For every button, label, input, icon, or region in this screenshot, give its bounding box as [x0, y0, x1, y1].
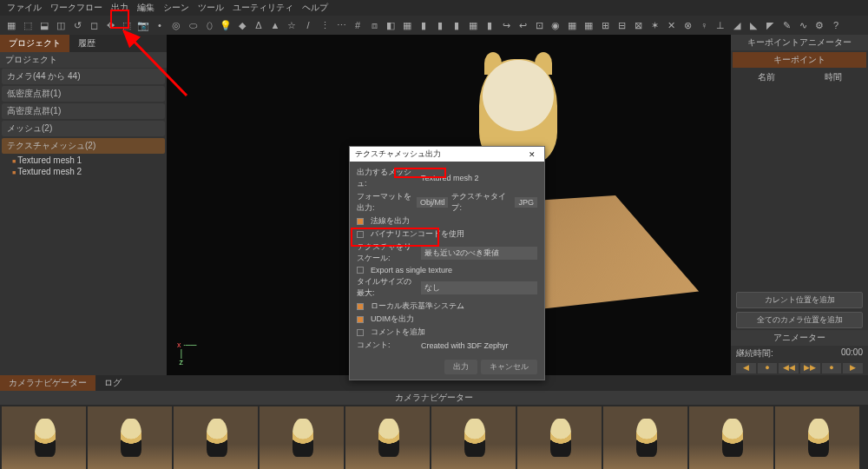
- dialog-titlebar[interactable]: テクスチャメッシュ出力 ✕: [350, 147, 544, 162]
- toolbar-button-27[interactable]: ▮: [449, 17, 464, 33]
- cancel-button[interactable]: キャンセル: [481, 360, 537, 374]
- toolbar-button-18[interactable]: /: [300, 17, 316, 33]
- toolbar-button-15[interactable]: Δ: [251, 17, 266, 33]
- toolbar-button-45[interactable]: ◣: [746, 17, 761, 33]
- toolbar-button-11[interactable]: ⬭: [185, 17, 201, 33]
- toolbar-button-12[interactable]: ⬯: [201, 17, 217, 33]
- local-crs-checkbox[interactable]: [357, 303, 364, 310]
- camera-thumbnail[interactable]: [689, 406, 773, 469]
- toolbar-button-44[interactable]: ◢: [729, 17, 745, 33]
- tab-log[interactable]: ログ: [95, 375, 130, 391]
- toolbar-button-19[interactable]: ⋮: [317, 17, 332, 33]
- toolbar-button-41[interactable]: ⊗: [680, 17, 695, 33]
- toolbar-button-0[interactable]: ▦: [3, 17, 19, 33]
- toolbar-button-49[interactable]: ⚙: [812, 17, 827, 33]
- menu-item[interactable]: ファイル: [7, 2, 42, 14]
- toolbar-button-36[interactable]: ⊞: [597, 17, 613, 33]
- toolbar-button-30[interactable]: ↪: [498, 17, 514, 33]
- toolbar-button-4[interactable]: ↺: [69, 17, 85, 33]
- format-select[interactable]: Obj/Mtl: [417, 197, 449, 208]
- toolbar-button-26[interactable]: ▮: [432, 17, 448, 33]
- anim-ctrl-2[interactable]: ◀◀: [779, 363, 799, 373]
- add-current-pos-button[interactable]: カレント位置を追加: [736, 292, 863, 308]
- close-icon[interactable]: ✕: [525, 150, 539, 159]
- camera-thumbnail[interactable]: [2, 406, 86, 469]
- toolbar-button-46[interactable]: ◤: [762, 17, 778, 33]
- tree-mesh[interactable]: メッシュ(2): [2, 121, 165, 136]
- tree-sparse[interactable]: 低密度点群(1): [2, 86, 165, 102]
- binary-checkbox[interactable]: [357, 231, 364, 238]
- toolbar-button-37[interactable]: ⊟: [614, 17, 629, 33]
- anim-ctrl-1[interactable]: ●: [758, 363, 778, 373]
- tree-cameras[interactable]: カメラ(44 から 44): [2, 69, 165, 84]
- toolbar-button-9[interactable]: •: [152, 17, 168, 33]
- toolbar-button-8[interactable]: 📷: [135, 17, 151, 33]
- anim-ctrl-3[interactable]: ▶▶: [800, 363, 820, 373]
- toolbar-button-38[interactable]: ⊠: [630, 17, 646, 33]
- menu-item[interactable]: シーン: [163, 2, 189, 14]
- anim-ctrl-0[interactable]: ◀: [736, 363, 756, 373]
- camera-thumbnail[interactable]: [603, 406, 687, 469]
- textype-select[interactable]: JPG: [515, 197, 537, 208]
- toolbar-button-22[interactable]: ⧈: [366, 17, 382, 33]
- comment-checkbox[interactable]: [357, 329, 364, 336]
- toolbar-button-7[interactable]: ⬚: [119, 17, 135, 33]
- camera-thumbnail[interactable]: [431, 406, 516, 469]
- anim-ctrl-4[interactable]: ●: [822, 363, 842, 373]
- menu-item[interactable]: ツール: [198, 2, 224, 14]
- toolbar-button-47[interactable]: ✎: [779, 17, 794, 33]
- toolbar-button-39[interactable]: ✶: [647, 17, 662, 33]
- mesh-value[interactable]: Textured mesh 2: [421, 174, 537, 182]
- toolbar-button-40[interactable]: ✕: [663, 17, 679, 33]
- toolbar-button-50[interactable]: ?: [828, 17, 844, 33]
- toolbar-button-24[interactable]: ▦: [399, 17, 415, 33]
- udim-checkbox[interactable]: [357, 316, 364, 323]
- toolbar-button-1[interactable]: ⬚: [20, 17, 36, 33]
- normals-checkbox[interactable]: [357, 218, 364, 225]
- toolbar-button-28[interactable]: ▦: [465, 17, 481, 33]
- toolbar-button-33[interactable]: ◉: [548, 17, 563, 33]
- camera-thumbnail[interactable]: [775, 406, 859, 469]
- toolbar-button-17[interactable]: ☆: [284, 17, 299, 33]
- tab-project[interactable]: プロジェクト: [0, 35, 69, 52]
- camera-thumbnail[interactable]: [174, 406, 258, 469]
- toolbar-button-20[interactable]: ⋯: [333, 17, 349, 33]
- toolbar-button-10[interactable]: ◎: [168, 17, 184, 33]
- tree-leaf[interactable]: Textured mesh 2: [0, 166, 167, 177]
- anim-ctrl-5[interactable]: ▶: [843, 363, 863, 373]
- toolbar-button-31[interactable]: ↩: [515, 17, 530, 33]
- toolbar-button-16[interactable]: ▲: [267, 17, 283, 33]
- toolbar-button-2[interactable]: ⬓: [36, 17, 52, 33]
- tree-dense[interactable]: 高密度点群(1): [2, 103, 165, 119]
- single-tex-checkbox[interactable]: [357, 267, 364, 274]
- export-button[interactable]: 出力: [444, 360, 477, 374]
- toolbar-button-5[interactable]: ◻: [86, 17, 102, 33]
- toolbar-button-48[interactable]: ∿: [795, 17, 811, 33]
- menu-item[interactable]: 出力: [111, 2, 128, 14]
- toolbar-button-3[interactable]: ◫: [53, 17, 69, 33]
- tree-textured-mesh[interactable]: テクスチャメッシュ(2): [2, 138, 165, 154]
- toolbar-button-14[interactable]: ◆: [234, 17, 250, 33]
- toolbar-button-23[interactable]: ◧: [383, 17, 398, 33]
- toolbar-button-21[interactable]: #: [350, 17, 365, 33]
- rescale-select[interactable]: 最も近い2のべき乗値: [421, 247, 537, 260]
- toolbar-button-13[interactable]: 💡: [218, 17, 233, 33]
- maxsize-select[interactable]: なし: [421, 281, 537, 294]
- menu-item[interactable]: 編集: [137, 2, 155, 14]
- toolbar-button-34[interactable]: ▦: [564, 17, 580, 33]
- toolbar-button-43[interactable]: ⊥: [713, 17, 728, 33]
- tab-camera-nav[interactable]: カメラナビゲーター: [0, 375, 95, 391]
- toolbar-button-6[interactable]: ✥: [102, 17, 118, 33]
- camera-thumbnail[interactable]: [88, 406, 172, 469]
- tab-history[interactable]: 履歴: [69, 35, 104, 52]
- menu-item[interactable]: ワークフロー: [50, 2, 102, 14]
- toolbar-button-35[interactable]: ▦: [581, 17, 596, 33]
- camera-thumbnail[interactable]: [345, 406, 430, 469]
- camera-thumbnail[interactable]: [260, 406, 344, 469]
- add-all-cam-button[interactable]: 全てのカメラ位置を追加: [736, 312, 863, 328]
- camera-thumbnail[interactable]: [517, 406, 602, 469]
- tree-leaf[interactable]: Textured mesh 1: [0, 155, 167, 166]
- menu-item[interactable]: ヘルプ: [302, 2, 328, 14]
- toolbar-button-32[interactable]: ⊡: [531, 17, 547, 33]
- toolbar-button-42[interactable]: ♀: [696, 17, 712, 33]
